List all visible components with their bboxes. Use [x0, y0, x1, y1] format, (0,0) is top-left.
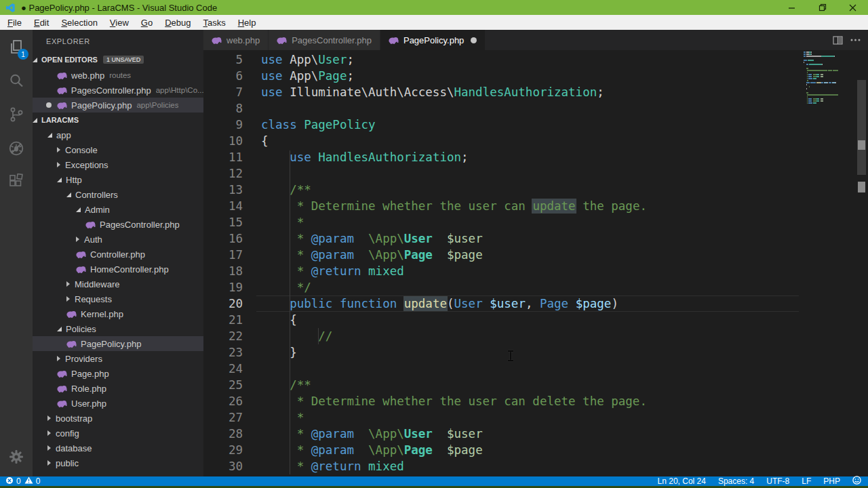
code-token: Illuminate\Auth\Access\ — [283, 85, 454, 99]
code-line: */ — [261, 279, 311, 296]
tree-item-pagepolicy-php[interactable]: PagePolicy.php — [33, 336, 203, 351]
status-indicator[interactable]: Ln 20, Col 24 — [658, 476, 706, 486]
minimap-segment — [821, 76, 824, 77]
php-file-icon — [57, 369, 67, 378]
menu-help[interactable]: Help — [232, 16, 262, 29]
minimap-segment — [808, 74, 812, 75]
tree-item-label: Console — [65, 145, 98, 155]
line-number: 9 — [203, 117, 243, 133]
tree-item-config[interactable]: config — [33, 426, 203, 441]
status-indicator[interactable]: Spaces: 4 — [718, 476, 754, 486]
tree-item-controllers[interactable]: Controllers — [33, 187, 203, 202]
code-token: $user — [447, 427, 483, 441]
minimap[interactable] — [804, 52, 855, 104]
menu-file[interactable]: File — [1, 16, 28, 29]
status-indicator[interactable]: PHP — [823, 476, 840, 486]
tab-label: PagePolicy.php — [403, 35, 464, 45]
code-line: /** — [261, 377, 311, 393]
restore-button[interactable] — [807, 0, 837, 15]
tree-item-kernel-php[interactable]: Kernel.php — [33, 306, 203, 321]
activity-debug-button[interactable] — [0, 131, 33, 165]
chevron-collapsed-icon — [76, 237, 79, 242]
activity-settings-button[interactable] — [0, 440, 33, 474]
code-line: * — [261, 409, 304, 426]
code-token — [261, 297, 290, 310]
code-token: ; — [347, 53, 354, 66]
tree-item-middleware[interactable]: Middleware — [33, 277, 203, 291]
code-line: * Determine whether the user can delete … — [261, 393, 647, 409]
status-errors[interactable]: 0 — [5, 476, 21, 487]
tree-item-http[interactable]: Http — [33, 172, 203, 187]
tree-item-label: Controllers — [75, 190, 118, 200]
split-editor-button[interactable] — [829, 31, 846, 49]
activity-extensions-button[interactable] — [0, 165, 33, 199]
close-button[interactable] — [837, 0, 868, 15]
code-editor[interactable]: 5use App\User;6use App\Page;7use Illumin… — [203, 50, 868, 476]
activity-source-control-button[interactable] — [0, 98, 33, 131]
code-token: User — [454, 297, 483, 310]
tree-item-providers[interactable]: Providers — [33, 351, 203, 366]
code-token: } — [261, 346, 297, 359]
status-indicator[interactable]: LF — [802, 476, 811, 486]
activity-explorer-button[interactable]: 1 — [0, 30, 33, 64]
tree-item-role-php[interactable]: Role.php — [33, 381, 203, 396]
line-number: 7 — [203, 84, 243, 100]
menu-edit[interactable]: Edit — [28, 16, 55, 29]
code-token: App\ — [283, 53, 319, 66]
tree-item-requests[interactable]: Requests — [33, 291, 203, 306]
explorer-badge: 1 — [18, 49, 28, 60]
folder-root-header[interactable]: LARACMS — [33, 113, 203, 127]
chevron-expanded-icon — [33, 118, 37, 123]
open-editor-item[interactable]: PagesController.phpapp\Http\Co... — [33, 83, 203, 98]
status-bar: 00 Ln 20, Col 24Spaces: 4UTF-8LFPHP — [0, 476, 868, 486]
tree-item-policies[interactable]: Policies — [33, 321, 203, 336]
menu-go[interactable]: Go — [135, 16, 159, 29]
menu-selection[interactable]: Selection — [55, 16, 103, 29]
tree-item-homecontroller-php[interactable]: HomeController.php — [33, 262, 203, 277]
open-editors-header[interactable]: OPEN EDITORS 1 UNSAVED — [33, 52, 203, 67]
tab-pagepolicy-php[interactable]: PagePolicy.php — [380, 30, 485, 50]
code-line: use App\Page; — [261, 68, 354, 84]
code-line: * @return mixed — [261, 458, 404, 474]
menu-view[interactable]: View — [104, 16, 135, 29]
tree-item-exceptions[interactable]: Exceptions — [33, 157, 203, 172]
scrollbar-thumb[interactable] — [857, 80, 866, 175]
tab-web-php[interactable]: web.php — [203, 30, 268, 50]
tab-label: web.php — [226, 35, 260, 45]
php-file-icon — [212, 36, 222, 44]
tree-item-pagescontroller-php[interactable]: PagesController.php — [33, 217, 203, 232]
minimap-segment — [804, 54, 806, 55]
open-editor-item[interactable]: PagePolicy.phpapp\Policies — [33, 98, 203, 113]
menu-debug[interactable]: Debug — [159, 16, 197, 29]
line-number: 29 — [203, 442, 243, 458]
tree-item-auth[interactable]: Auth — [33, 232, 203, 247]
tree-item-page-php[interactable]: Page.php — [33, 366, 203, 381]
tree-item-public[interactable]: public — [33, 455, 203, 470]
activity-search-button[interactable] — [0, 64, 33, 98]
tree-item-controller-php[interactable]: Controller.php — [33, 247, 203, 262]
tree-item-database[interactable]: database — [33, 441, 203, 455]
open-editors-label: OPEN EDITORS — [41, 56, 98, 64]
tab-pagescontroller-php[interactable]: PagesController.php — [269, 30, 380, 50]
tree-item-user-php[interactable]: User.php — [33, 396, 203, 411]
editor-scrollbar[interactable] — [856, 50, 867, 476]
search-icon — [7, 72, 25, 89]
tree-item-console[interactable]: Console — [33, 142, 203, 157]
tree-item-label: Policies — [66, 324, 96, 334]
menu-tasks[interactable]: Tasks — [197, 16, 231, 29]
more-actions-button[interactable] — [846, 31, 864, 49]
chevron-collapsed-icon — [47, 445, 51, 451]
status-feedback[interactable] — [852, 476, 861, 487]
minimize-button[interactable] — [776, 0, 807, 15]
minimap-segment — [813, 102, 816, 104]
status-indicator[interactable]: UTF-8 — [766, 476, 789, 486]
tree-item-bootstrap[interactable]: bootstrap — [33, 411, 203, 426]
code-token: class — [261, 118, 297, 131]
tree-item-admin[interactable]: Admin — [33, 202, 203, 217]
tree-item-app[interactable]: app — [33, 127, 203, 142]
minimap-segment — [808, 76, 812, 77]
open-editor-item[interactable]: web.phproutes — [33, 68, 203, 83]
code-token: Page — [404, 248, 433, 262]
code-token: use — [261, 69, 283, 83]
status-warnings[interactable]: 0 — [24, 476, 41, 486]
